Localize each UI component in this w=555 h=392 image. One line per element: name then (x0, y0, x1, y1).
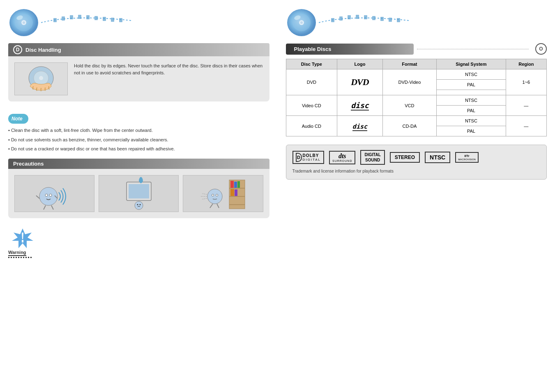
dvd-disc-left (8, 5, 45, 36)
cartoon-vibration (198, 176, 248, 211)
section1-title: Disc Handling (25, 47, 61, 53)
note-text-2: • Do not use solvents such as benzine, t… (8, 136, 269, 143)
table-row: DVD DVD DVD-Video NTSC 1~6 (286, 69, 547, 80)
sound-text: SOUND (364, 157, 380, 163)
svg-point-39 (212, 194, 214, 196)
water-damage-warning (99, 175, 179, 212)
col-logo: Logo (337, 59, 383, 69)
warning-images-row (14, 175, 263, 212)
dts-surround-text: SURROUND (332, 159, 352, 162)
d-circle: D (13, 45, 22, 54)
disc-signal-dvd-2: PAL (437, 80, 506, 90)
svg-point-40 (216, 194, 218, 196)
col-region: Region (506, 59, 546, 69)
dvd-disc-right (286, 5, 323, 36)
disc-signal-dvd-3 (437, 90, 506, 95)
svg-line-44 (210, 204, 213, 208)
ntsc-text: NTSC (430, 154, 445, 161)
ntsc-logo: NTSC (425, 152, 450, 163)
warning-squiggly (8, 257, 33, 258)
svg-point-27 (137, 204, 138, 205)
logos-description: Trademark and license information for pl… (292, 168, 541, 174)
cartoon-loud-sound (30, 176, 79, 211)
section2-header: Precautions (8, 159, 269, 169)
left-header-banner (8, 4, 269, 37)
svg-rect-55 (339, 16, 343, 21)
svg-rect-33 (230, 181, 234, 188)
svg-rect-6 (62, 16, 65, 21)
svg-rect-61 (389, 18, 392, 22)
table-row: Audio CD disc CD-DA NTSC — (286, 116, 547, 126)
disc-type-dvd: DVD (286, 69, 337, 95)
svg-rect-13 (119, 18, 122, 22)
svg-point-19 (49, 194, 52, 196)
card-inner: Hold the disc by its edges. Never touch … (14, 62, 263, 95)
disc-region-vcd: — (506, 95, 546, 116)
right-column: Playable Discs O Disc Type Logo Format S… (278, 0, 555, 392)
svg-rect-54 (331, 18, 334, 22)
loud-sound-warning (14, 175, 94, 212)
svg-rect-25 (129, 184, 149, 198)
left-column: D Disc Handling (0, 0, 278, 392)
dts-text: dts (332, 153, 352, 159)
dolby-text-block: DOLBY DIGITAL (303, 153, 321, 161)
svg-point-52 (300, 21, 303, 24)
disc-format-vcd: VCD (382, 95, 436, 116)
section2-title: Precautions (13, 161, 44, 167)
disc-region-dvd: 1~6 (506, 69, 546, 95)
warning-icon (8, 226, 37, 249)
note-text-3: • Do not use a cracked or warped disc or… (8, 145, 269, 152)
svg-marker-48 (22, 240, 23, 242)
dolby-digital-logo: D DOLBY DIGITAL (292, 151, 325, 164)
right-section1-bar: Playable Discs (286, 44, 414, 55)
svg-rect-12 (111, 18, 114, 22)
disc-logo-vcd: disc (337, 95, 383, 116)
film-strip-right (319, 12, 409, 29)
table-header-row: Disc Type Logo Format Signal System Regi… (286, 59, 547, 69)
svg-line-22 (36, 196, 39, 198)
film-strip-left (41, 12, 131, 29)
svg-rect-56 (348, 15, 351, 19)
svg-line-21 (51, 205, 53, 210)
svg-rect-9 (86, 15, 90, 19)
disc-signal-cd-1: NTSC (437, 116, 506, 126)
playable-discs-table: Disc Type Logo Format Signal System Regi… (286, 59, 547, 136)
svg-rect-34 (234, 182, 237, 188)
warning-badge-container: Warning (8, 226, 269, 258)
section1-header: D Disc Handling (8, 43, 269, 56)
disc-type-cd: Audio CD (286, 116, 337, 136)
dolby-bottom-text: DIGITAL (303, 158, 321, 161)
stereo-logo: STEREO (390, 152, 420, 163)
warning-label: Warning (8, 250, 26, 256)
cartoon-water-damage (114, 176, 164, 211)
svg-rect-35 (237, 181, 240, 188)
disc-signal-dvd-1: NTSC (437, 69, 506, 80)
vibration-warning (183, 175, 263, 212)
disc-signal-vcd-2: PAL (437, 106, 506, 116)
svg-rect-7 (70, 15, 73, 19)
disc-format-dvd: DVD-Video (382, 69, 436, 95)
page-container: D Disc Handling (0, 0, 555, 392)
right-section1-circle: O (535, 43, 547, 55)
disc-handling-image (14, 62, 68, 95)
svg-rect-10 (94, 16, 98, 20)
hand-disc-illustration (18, 64, 65, 95)
warning-starburst-icon (9, 228, 36, 249)
svg-rect-8 (78, 15, 81, 19)
note-label: Note (12, 116, 23, 122)
col-format: Format (382, 59, 436, 69)
right-circle-label: O (539, 46, 543, 52)
disc-type-vcd: Video CD (286, 95, 337, 116)
right-header-banner (286, 4, 547, 37)
svg-point-3 (23, 21, 25, 24)
svg-rect-37 (235, 189, 237, 196)
svg-rect-36 (230, 189, 234, 196)
disc-logo-dvd: DVD (337, 69, 383, 95)
disc-region-cd: — (506, 116, 546, 136)
logos-bar: D DOLBY DIGITAL dts SURROUND DIGITAL SO (286, 145, 547, 180)
dts-logo: dts SURROUND (329, 151, 355, 164)
digital-sound-logo: DIGITAL SOUND (360, 150, 385, 165)
note-badge: Note (8, 114, 28, 124)
svg-point-17 (39, 187, 58, 205)
svg-rect-57 (356, 15, 359, 19)
